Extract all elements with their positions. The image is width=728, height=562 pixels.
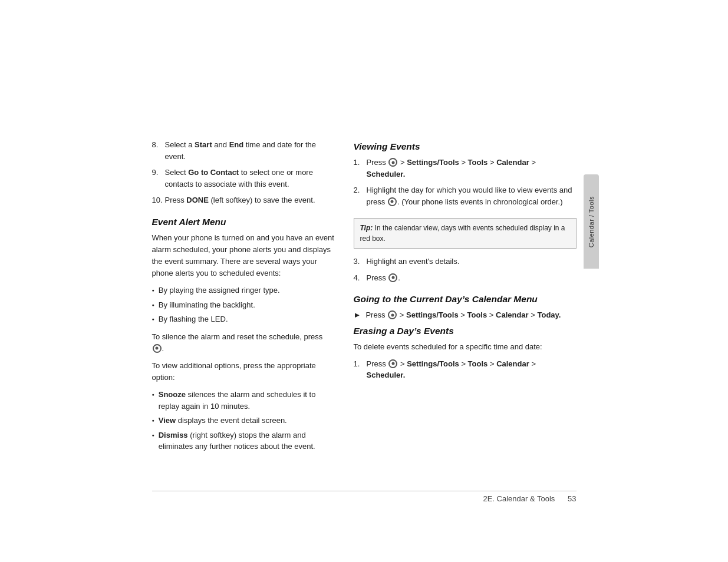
- bullet-item: View displays the event detail screen.: [152, 415, 335, 427]
- list-text: Highlight an event's details.: [367, 256, 460, 267]
- bullet-item: Dismiss (right softkey) stops the alarm …: [152, 429, 335, 452]
- page-footer: 2E. Calendar & Tools 53: [152, 491, 577, 503]
- silence-text: To silence the alarm and reset the sched…: [152, 331, 335, 355]
- page-container: 8. Select a Start and End time and date …: [0, 0, 728, 562]
- list-num: 8.: [152, 139, 165, 162]
- list-num: 10.: [152, 194, 165, 206]
- nav-icon: [388, 158, 397, 167]
- top-numbered-list: 8. Select a Start and End time and date …: [152, 139, 335, 206]
- list-text: Select Go to Contact to select one or mo…: [165, 167, 335, 190]
- viewing-events-list: 1. Press > Settings/Tools > Tools > Cale…: [354, 157, 577, 207]
- list-num: 1.: [354, 157, 367, 180]
- erasing-list: 1. Press > Settings/Tools > Tools > Cale…: [354, 358, 577, 381]
- going-to-current-day-text: Press > Settings/Tools > Tools > Calenda…: [365, 309, 561, 321]
- sidebar-tab-text: Calendar / Tools: [588, 196, 595, 247]
- bullet-item: By playing the assigned ringer type.: [152, 285, 335, 296]
- list-item: 8. Select a Start and End time and date …: [152, 139, 335, 162]
- sidebar-tab: Calendar / Tools: [584, 174, 599, 269]
- erasing-days-events-heading: Erasing a Day’s Events: [354, 326, 577, 336]
- nav-icon: [388, 359, 397, 368]
- list-item: 9. Select Go to Contact to select one or…: [152, 167, 335, 190]
- nav-icon: [153, 344, 162, 353]
- bullet-item: Snooze silences the alarm and schedules …: [152, 389, 335, 412]
- nav-icon: [388, 273, 397, 282]
- list-num: 2.: [354, 184, 367, 207]
- list-item: 1. Press > Settings/Tools > Tools > Cale…: [354, 358, 577, 381]
- footer-text: 2E. Calendar & Tools 53: [483, 494, 576, 503]
- list-item: 3. Highlight an event's details.: [354, 256, 577, 267]
- list-text: Press > Settings/Tools > Tools > Calenda…: [367, 358, 577, 381]
- footer-divider: [152, 491, 577, 491]
- nav-icon: [388, 310, 397, 319]
- list-text: Press .: [367, 272, 400, 284]
- list-num: 1.: [354, 358, 367, 381]
- event-alert-menu-para: When your phone is turned on and you hav…: [152, 232, 335, 280]
- bullet-item: By flashing the LED.: [152, 313, 335, 325]
- left-column: 8. Select a Start and End time and date …: [152, 139, 335, 458]
- list-text: Highlight the day for which you would li…: [367, 184, 577, 207]
- going-to-current-day-heading: Going to the Current Day’s Calendar Menu: [354, 294, 577, 305]
- list-text: Press > Settings/Tools > Tools > Calenda…: [367, 157, 577, 180]
- list-num: 3.: [354, 256, 367, 267]
- list-num: 9.: [152, 167, 165, 190]
- tip-box: Tip: In the calendar view, days with eve…: [354, 218, 577, 249]
- nav-icon: [388, 197, 397, 206]
- list-item: 4. Press .: [354, 272, 577, 284]
- list-item: 1. Press > Settings/Tools > Tools > Cale…: [354, 157, 577, 180]
- right-column: Viewing Events 1. Press > Settings/Tools…: [354, 139, 577, 458]
- list-item: 2. Highlight the day for which you would…: [354, 184, 577, 207]
- erasing-para: To delete events scheduled for a specifi…: [354, 341, 577, 353]
- content-area: 8. Select a Start and End time and date …: [152, 139, 577, 458]
- options-text: To view additional options, press the ap…: [152, 360, 335, 384]
- list-item: 10. Press DONE (left softkey) to save th…: [152, 194, 335, 206]
- viewing-events-heading: Viewing Events: [354, 141, 577, 152]
- going-to-current-day-item: ► Press > Settings/Tools > Tools > Calen…: [354, 309, 577, 321]
- tip-label: Tip:: [360, 224, 373, 232]
- event-alert-bullets: By playing the assigned ringer type. By …: [152, 285, 335, 325]
- list-text: Select a Start and End time and date for…: [165, 139, 335, 162]
- list-num: 4.: [354, 272, 367, 284]
- viewing-events-list-2: 3. Highlight an event's details. 4. Pres…: [354, 256, 577, 283]
- event-alert-menu-heading: Event Alert Menu: [152, 217, 335, 227]
- list-text: Press DONE (left softkey) to save the ev…: [165, 194, 315, 206]
- bullet-item: By illuminating the backlight.: [152, 299, 335, 311]
- arrow-icon: ►: [354, 309, 361, 321]
- tip-text: In the calendar view, days with events s…: [360, 224, 565, 243]
- options-bullets: Snooze silences the alarm and schedules …: [152, 389, 335, 452]
